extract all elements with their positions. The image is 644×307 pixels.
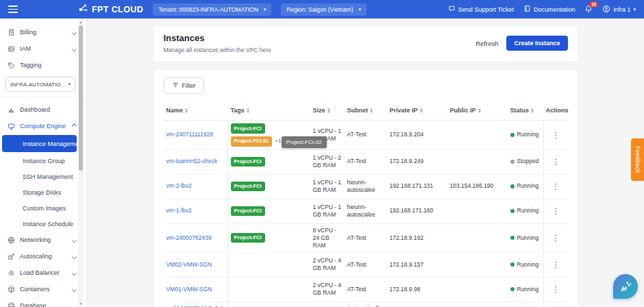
sidebar-item-load-balancer[interactable]: Load Balancer (0, 265, 86, 281)
send-support-ticket-link[interactable]: Send Support Ticket (448, 5, 514, 14)
menu-hamburger-icon[interactable] (8, 5, 18, 13)
row-actions-menu[interactable]: ⋮ (543, 302, 568, 307)
page-subtitle: Manage all instances within the VPC here (164, 47, 271, 53)
sidebar-item-label: Database (20, 302, 47, 307)
public-ip-cell (447, 262, 508, 267)
status-dot (510, 236, 515, 240)
column-header-name[interactable]: Name (164, 101, 228, 120)
column-header-private-ip[interactable]: Private IP (387, 101, 447, 120)
tag-badge: Project-FCI-01 (231, 136, 273, 147)
subnet-cell: AT-Test (345, 232, 387, 245)
tenant-selector[interactable]: Tenant: 000823-INFRA-AUTOMATION ▾ (153, 3, 271, 16)
private-ip-cell: 172.18.9.98 (387, 283, 447, 296)
row-actions-menu[interactable]: ⋮ (543, 224, 568, 252)
sidebar-item-networking[interactable]: Networking (0, 232, 86, 248)
table-row: vm-2-lbv2 Project-FCI 1 vCPU - 1 GB RAM … (164, 175, 568, 199)
tags-cell: Project-FCI (228, 204, 310, 219)
column-header-subnet[interactable]: Subnet (345, 101, 387, 120)
sidebar-subitem-ssh-management[interactable]: SSH Management (0, 169, 86, 184)
tenant-label: Tenant: 000823-INFRA-AUTOMATION (158, 6, 258, 13)
page-title: Instances (164, 33, 271, 43)
private-ip-cell: 192.168.171.131 (387, 180, 447, 193)
chevron-down-icon: ▾ (264, 7, 267, 12)
row-actions-menu[interactable]: ⋮ (543, 150, 568, 174)
sidebar-item-tagging[interactable]: Tagging (0, 57, 86, 73)
row-actions-menu[interactable]: ⋮ (543, 175, 568, 199)
tag-tooltip: Project-FCI-02 (282, 136, 327, 148)
notifications-bell[interactable]: 35 (584, 5, 593, 14)
extra-tags-count[interactable]: +1 (275, 138, 281, 145)
sidebar-subitem-instance-schedule[interactable]: Instance Schedule (0, 216, 86, 232)
user-menu[interactable]: infra 1 ▾ (602, 5, 636, 14)
vpc-selector-dropdown[interactable]: INFRA-AUTOMATION-VM... ▾ (5, 77, 75, 92)
logo-molecule-icon (78, 3, 88, 16)
sidebar-item-label: Networking (20, 236, 51, 243)
scroll-up-arrow-icon[interactable]: ▲ (78, 19, 84, 25)
sidebar-subitem-custom-images[interactable]: Custom Images (0, 200, 86, 216)
sidebar-subitem-instance-management[interactable]: Instance Management (2, 135, 77, 152)
sidebar-item-containers[interactable]: Containers (0, 281, 86, 297)
size-cell: 1 vCPU - 1 GB RAM (310, 201, 345, 221)
sort-icon (478, 108, 481, 113)
sidebar-subitem-instance-group[interactable]: Instance Group (0, 153, 86, 169)
documentation-link[interactable]: Documentation (523, 5, 575, 14)
sidebar-item-label: Billing (20, 29, 36, 36)
sidebar-item-iam[interactable]: IAM (0, 40, 86, 57)
column-header-size[interactable]: Size (310, 101, 345, 120)
row-actions-menu[interactable]: ⋮ (543, 253, 568, 277)
tag-icon (7, 61, 15, 69)
subitem-label: Instance Schedule (23, 221, 73, 228)
create-instance-button[interactable]: Create Instance (506, 36, 567, 51)
chevron-down-icon (72, 287, 76, 291)
scroll-down-arrow-icon[interactable]: ▼ (78, 301, 84, 306)
instance-name-link[interactable]: vm-1-lbv2 (164, 199, 228, 223)
chevron-down-icon (72, 47, 76, 51)
filter-button[interactable]: Filter (164, 77, 204, 94)
subitem-label: Custom Images (23, 205, 66, 212)
column-header-public-ip[interactable]: Public IP (447, 101, 508, 120)
instance-name-link[interactable]: waf-b688178d-b5e0-455d-9510-9fa6cf037822… (164, 302, 228, 307)
row-actions-menu[interactable]: ⋮ (543, 278, 568, 302)
sidebar-item-billing[interactable]: Billing (0, 24, 86, 40)
chevron-down-icon: ▾ (633, 7, 636, 12)
sidebar-item-database[interactable]: Database (0, 297, 86, 307)
billing-icon (7, 28, 15, 36)
region-selector[interactable]: Region: Saigon (Vietnam) ▾ (281, 3, 367, 16)
row-actions-menu[interactable]: ⋮ (543, 121, 568, 149)
sidebar-subitem-storage-disks[interactable]: Storage Disks (0, 184, 86, 200)
ai-assistant-button[interactable]: AI (613, 274, 638, 299)
instance-name-link[interactable]: vm-tuannn52-check (164, 150, 228, 174)
instance-name-link[interactable]: vm-24060762439 (164, 224, 228, 252)
tags-cell (228, 286, 310, 292)
row-actions-menu[interactable]: ⋮ (543, 199, 568, 223)
column-header-tags[interactable]: Tags (228, 101, 310, 120)
tag-badge: Project-FCI (231, 233, 265, 243)
sidebar-item-dashboard[interactable]: Dashboard (0, 101, 86, 118)
status-dot (510, 133, 515, 137)
sidebar-item-label: Autoscaling (20, 253, 52, 260)
table-row: VM01-VMW-SGN 2 vCPU - 4 GB RAM AT-Test 1… (164, 278, 568, 302)
feedback-tab[interactable]: Feedback (631, 138, 644, 181)
instance-name-link[interactable]: vm-2-lbv2 (164, 175, 228, 199)
instance-name-link[interactable]: VM01-VMW-SGN (164, 278, 228, 302)
size-cell: 8 vCPU - 24 GB RAM (310, 224, 345, 252)
sidebar-item-label: Compute Engine (20, 123, 66, 130)
instance-name-link[interactable]: vm-240711111928 (164, 121, 228, 149)
size-cell: 1 vCPU - 2 GB RAM (310, 151, 345, 172)
column-header-status[interactable]: Status (508, 101, 543, 120)
sidebar-scrollbar-thumb[interactable] (79, 25, 83, 171)
refresh-button[interactable]: Refresh (475, 40, 498, 47)
sidebar-item-compute-engine[interactable]: Compute Engine (0, 118, 86, 134)
table-header-row: Name Tags Size Subnet Private IP (164, 101, 568, 121)
tags-cell: Project-FCI (228, 230, 310, 246)
status-cell: Running (508, 258, 543, 271)
user-avatar-icon (602, 5, 610, 14)
instance-name-link[interactable]: VM02-VMW-SGN (164, 253, 228, 277)
private-ip-cell: 172.18.9.204 (387, 128, 447, 141)
filter-icon (172, 82, 179, 90)
sidebar-item-autoscaling[interactable]: Autoscaling (0, 248, 86, 265)
sidebar-scrollbar[interactable]: ▲ ▼ (78, 19, 84, 307)
subnet-cell: Automatically created for WAF (345, 302, 387, 307)
status-dot (510, 287, 515, 291)
iam-icon (7, 45, 15, 53)
